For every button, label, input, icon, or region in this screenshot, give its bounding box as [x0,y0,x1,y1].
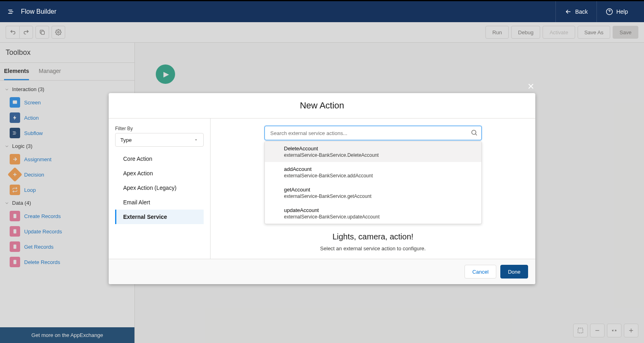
cat-external-service[interactable]: External Service [115,210,204,224]
filter-value: Type [120,137,132,143]
result-sub: externalService-BankService.updateAccoun… [284,214,462,220]
filter-column: Filter By Type Core Action Apex Action A… [109,118,211,259]
cancel-button[interactable]: Cancel [464,265,496,279]
svg-point-9 [472,130,476,135]
result-item[interactable]: updateAccount externalService-BankServic… [265,203,481,224]
search-icon [471,129,478,136]
app-header: Flow Builder Back Help [0,0,644,22]
new-action-modal: New Action Filter By Type Core Action Ap… [109,93,535,284]
help-label: Help [616,8,628,15]
modal-overlay: New Action Filter By Type Core Action Ap… [0,22,644,343]
empty-state-title: Lights, camera, action! [223,232,523,241]
help-button[interactable]: Help [597,1,637,22]
result-sub: externalService-BankService.DeleteAccoun… [284,152,462,158]
caret-down-icon [194,137,198,142]
close-icon [526,82,535,91]
empty-state-subtitle: Select an external service action to con… [223,245,523,252]
action-picker-column: DeleteAccount externalService-BankServic… [211,118,535,259]
filter-type-dropdown[interactable]: Type [115,133,204,147]
result-item[interactable]: DeleteAccount externalService-BankServic… [265,141,481,162]
cat-apex-action[interactable]: Apex Action [115,166,204,181]
action-search-input[interactable] [264,126,482,140]
flow-icon [7,8,15,16]
result-sub: externalService-BankService.addAccount [284,173,462,179]
back-label: Back [575,8,588,15]
modal-title: New Action [109,93,535,118]
result-title: addAccount [284,166,462,172]
app-title: Flow Builder [21,8,56,15]
close-button[interactable] [526,82,535,91]
cat-core-action[interactable]: Core Action [115,152,204,166]
question-icon [606,8,613,15]
empty-state: Lights, camera, action! Select an extern… [223,232,523,252]
done-button[interactable]: Done [500,265,528,279]
category-list: Core Action Apex Action Apex Action (Leg… [115,152,204,224]
result-title: updateAccount [284,207,462,213]
action-results-dropdown: DeleteAccount externalService-BankServic… [264,141,482,224]
result-item[interactable]: addAccount externalService-BankService.a… [265,162,481,183]
result-title: DeleteAccount [284,146,462,152]
cat-email-alert[interactable]: Email Alert [115,195,204,210]
result-title: getAccount [284,187,462,193]
result-sub: externalService-BankService.getAccount [284,193,462,199]
arrow-left-icon [565,8,572,15]
cat-apex-action-legacy[interactable]: Apex Action (Legacy) [115,181,204,195]
modal-footer: Cancel Done [109,259,535,284]
back-button[interactable]: Back [555,1,597,22]
result-item[interactable]: getAccount externalService-BankService.g… [265,183,481,203]
filter-by-label: Filter By [115,126,204,131]
